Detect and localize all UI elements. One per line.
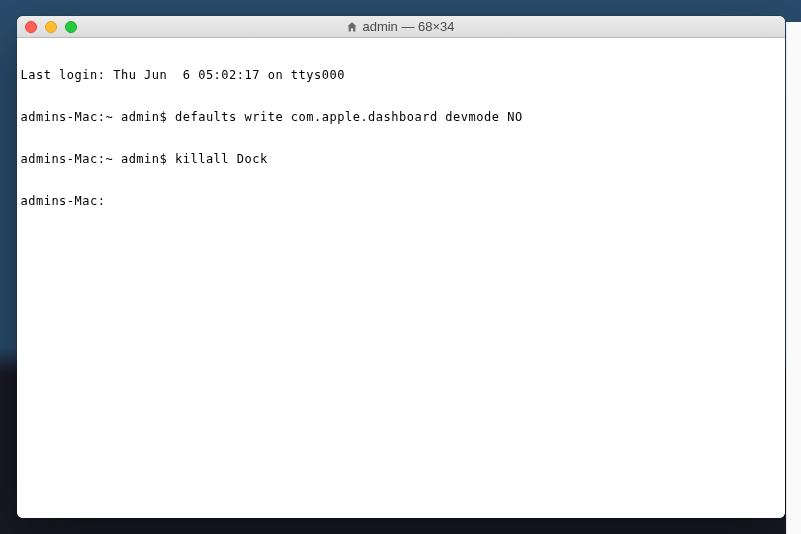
traffic-lights <box>17 21 77 33</box>
home-icon <box>346 21 358 33</box>
terminal-window: admin — 68×34 Last login: Thu Jun 6 05:0… <box>17 16 785 518</box>
maximize-button[interactable] <box>65 21 77 33</box>
window-title-text: admin — 68×34 <box>362 19 454 34</box>
titlebar[interactable]: admin — 68×34 <box>17 16 785 38</box>
minimize-button[interactable] <box>45 21 57 33</box>
terminal-line: admins-Mac: <box>21 194 781 208</box>
window-title: admin — 68×34 <box>17 19 785 34</box>
terminal-line: admins-Mac:~ admin$ defaults write com.a… <box>21 110 781 124</box>
terminal-line: Last login: Thu Jun 6 05:02:17 on ttys00… <box>21 68 781 82</box>
close-button[interactable] <box>25 21 37 33</box>
terminal-line: admins-Mac:~ admin$ killall Dock <box>21 152 781 166</box>
terminal-body[interactable]: Last login: Thu Jun 6 05:02:17 on ttys00… <box>17 38 785 518</box>
